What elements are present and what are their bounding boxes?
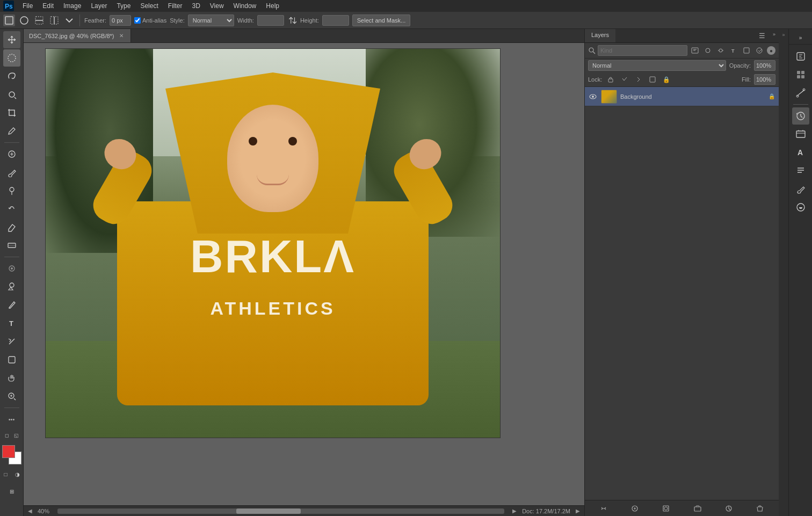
layer-pixel-filter-icon[interactable] <box>702 45 713 56</box>
layer-adj-filter-icon[interactable] <box>715 45 726 56</box>
width-input[interactable] <box>257 15 284 26</box>
menu-file[interactable]: File <box>18 1 37 11</box>
foreground-color-swatch[interactable] <box>2 445 15 458</box>
fill-input[interactable] <box>754 74 775 85</box>
expand-arrow-btn[interactable] <box>63 14 75 26</box>
rectangular-marquee-btn[interactable] <box>3 14 15 26</box>
color-swatches[interactable] <box>2 445 21 464</box>
type-tool[interactable]: T <box>3 315 20 332</box>
clone-stamp-tool[interactable] <box>3 182 20 199</box>
gradient-tool[interactable] <box>3 237 20 254</box>
single-row-marquee-btn[interactable] <box>33 14 45 26</box>
edit-in-standard-mode[interactable]: □ <box>1 469 11 479</box>
brush-tool[interactable] <box>3 164 20 181</box>
delete-layer-btn[interactable] <box>754 503 766 514</box>
healing-brush-tool[interactable] <box>3 146 20 163</box>
quick-select-tool[interactable] <box>3 86 20 103</box>
adjustments-icon-btn[interactable] <box>792 199 809 216</box>
feather-input[interactable] <box>110 15 131 26</box>
pen-tool[interactable] <box>3 296 20 314</box>
panel-collapse-btn[interactable]: » <box>770 29 779 42</box>
lock-image-pixels-btn[interactable] <box>619 74 630 85</box>
menu-view[interactable]: View <box>206 1 228 11</box>
layer-visibility-eye[interactable] <box>588 92 598 101</box>
zoom-tool[interactable] <box>3 388 20 405</box>
scroll-left-arrow[interactable]: ◀ <box>28 508 32 514</box>
layer-smart-filter-icon[interactable] <box>754 45 765 56</box>
svg-point-17 <box>10 283 14 287</box>
layer-type-filter-icon[interactable]: T <box>728 45 739 56</box>
dodge-tool[interactable] <box>3 278 20 295</box>
layer-row-background[interactable]: Background 🔒 <box>585 87 779 106</box>
screen-mode-btn[interactable]: ⊞ <box>3 483 20 500</box>
scroll-thumb[interactable] <box>236 508 301 514</box>
tool-extra-2[interactable]: ◱ <box>12 431 21 440</box>
history-brush-tool[interactable] <box>3 200 20 217</box>
document-tab[interactable]: DSC_7632.jpg @ 40% (RGB/8*) ✕ <box>24 29 131 42</box>
select-and-mask-btn[interactable]: Select and Mask... <box>352 14 411 26</box>
scroll-next[interactable]: ▶ <box>576 508 580 514</box>
path-selection-tool[interactable] <box>3 333 20 350</box>
menu-edit[interactable]: Edit <box>38 1 58 11</box>
shape-tool[interactable] <box>3 351 20 368</box>
create-group-btn[interactable] <box>692 503 704 514</box>
lock-position-btn[interactable] <box>633 74 644 85</box>
menu-help[interactable]: Help <box>262 1 284 11</box>
channels-icon-btn[interactable] <box>792 66 809 83</box>
anti-alias-checkbox[interactable] <box>134 17 141 24</box>
style-select[interactable]: Normal Fixed Ratio Fixed Size <box>188 14 234 26</box>
brush-settings-icon-btn[interactable] <box>792 180 809 198</box>
horizontal-scrollbar[interactable] <box>57 508 504 514</box>
layers-search-input[interactable] <box>598 45 687 56</box>
link-layers-btn[interactable] <box>598 503 610 514</box>
layer-shape-filter-icon[interactable] <box>741 45 752 56</box>
canvas-scroll-area[interactable]: BRKLΛ ATHLETICS <box>24 43 584 505</box>
move-tool[interactable] <box>3 31 20 48</box>
add-layer-style-btn[interactable] <box>629 503 641 514</box>
separator <box>4 142 19 143</box>
lock-artboards-btn[interactable] <box>647 74 658 85</box>
tab-layers[interactable]: Layers <box>585 29 615 42</box>
lock-all-btn[interactable]: 🔒 <box>661 74 672 85</box>
extra-tools-btn[interactable]: ••• <box>3 411 20 428</box>
single-column-marquee-btn[interactable] <box>48 14 60 26</box>
lasso-tool[interactable] <box>3 68 20 85</box>
layer-kind-filter-icon[interactable] <box>690 45 700 56</box>
paths-icon-btn[interactable] <box>792 84 809 101</box>
panel-menu-icon[interactable]: ☰ <box>755 29 770 42</box>
libraries-icon-btn[interactable] <box>792 126 809 143</box>
collapse-panels-btn[interactable]: » <box>795 33 806 42</box>
menu-window[interactable]: Window <box>229 1 261 11</box>
tool-extra-1[interactable]: ◻ <box>3 431 11 440</box>
canvas-area: DSC_7632.jpg @ 40% (RGB/8*) ✕ <box>24 29 584 516</box>
edit-in-quick-mask[interactable]: ◑ <box>12 469 23 479</box>
menu-type[interactable]: Type <box>112 1 135 11</box>
scroll-right-arrow[interactable]: ▶ <box>512 508 517 514</box>
crop-tool[interactable] <box>3 104 20 121</box>
toggle-panel-btn[interactable]: » <box>780 31 787 39</box>
add-layer-mask-btn[interactable] <box>660 503 672 514</box>
properties-icon-btn[interactable] <box>792 48 809 65</box>
blend-mode-select[interactable]: Normal <box>588 60 726 71</box>
menu-filter[interactable]: Filter <box>164 1 187 11</box>
menu-3d[interactable]: 3D <box>187 1 204 11</box>
height-input[interactable] <box>322 15 349 26</box>
hand-tool[interactable] <box>3 369 20 387</box>
eyedropper-tool[interactable] <box>3 122 20 140</box>
menu-image[interactable]: Image <box>59 1 85 11</box>
document-tab-close[interactable]: ✕ <box>118 32 125 40</box>
opacity-input[interactable] <box>754 60 775 71</box>
menu-select[interactable]: Select <box>136 1 162 11</box>
marquee-tool[interactable] <box>3 49 20 67</box>
elliptical-marquee-btn[interactable] <box>18 14 30 26</box>
menu-layer[interactable]: Layer <box>86 1 111 11</box>
filter-toggle-icon[interactable]: ● <box>767 46 775 55</box>
blur-tool[interactable] <box>3 260 20 277</box>
paragraph-icon-btn[interactable] <box>792 162 809 179</box>
history-icon-btn[interactable] <box>792 107 809 125</box>
swap-dimensions-btn[interactable] <box>287 16 297 25</box>
create-adjustment-layer-btn[interactable] <box>723 503 735 514</box>
eraser-tool[interactable] <box>3 219 20 236</box>
character-icon-btn[interactable]: A <box>792 144 809 161</box>
lock-transparent-pixels-btn[interactable] <box>605 74 616 85</box>
